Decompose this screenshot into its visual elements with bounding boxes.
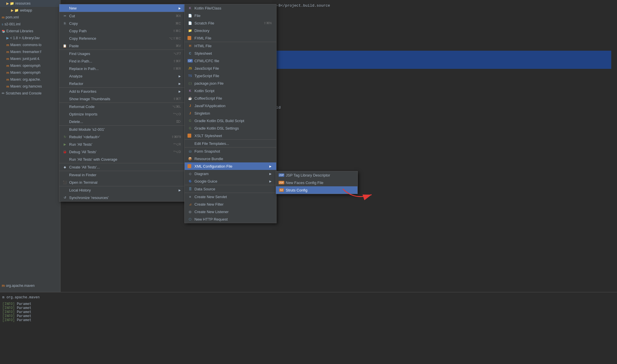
submenu-diagram[interactable]: ◇ Diagram ▶	[185, 170, 276, 177]
menu-item-rebuild[interactable]: ↻ Rebuild '<default>' ⇧⌘F9	[59, 133, 186, 141]
submenu-jsp-tag-lib[interactable]: JSP JSP Tag Library Descriptor	[276, 171, 357, 179]
html-icon: H	[188, 43, 193, 48]
coffee-icon: ☕	[188, 96, 193, 101]
create-icon: ◆	[62, 164, 67, 170]
terminal-icon: ⬛	[62, 180, 67, 185]
favorites-icon	[62, 89, 67, 94]
submenu-data-source[interactable]: 🗄 Data Source	[185, 185, 276, 193]
edit-templates-icon	[188, 141, 193, 146]
singleton-icon: J	[188, 111, 193, 116]
submenu-gradle-build[interactable]: G Gradle Kotlin DSL Build Script	[185, 117, 276, 124]
struts-icon: S2	[279, 187, 284, 193]
submenu-new-faces[interactable]: JSF New Faces Config File	[276, 179, 357, 186]
menu-item-copy-ref[interactable]: Copy Reference ⌥⇧⌘C	[59, 35, 186, 42]
menu-item-cut[interactable]: ✂ Cut ⌘X	[59, 12, 186, 20]
submenu-resource-bundle[interactable]: 📦 Resource Bundle	[185, 155, 276, 162]
form-icon: 🗂	[188, 149, 193, 154]
submenu-javafx[interactable]: J JavaFXApplication	[185, 102, 276, 109]
sidebar-item-pomxml[interactable]: m pom.xml	[0, 14, 60, 21]
submenu-create-filter[interactable]: ⊿ Create New Filter	[185, 200, 276, 208]
submenu-coffeescript[interactable]: ☕ CoffeeScript File	[185, 94, 276, 102]
submenu-xslt[interactable]: XSLT Stylesheet	[185, 132, 276, 139]
menu-item-open-terminal[interactable]: ⬛ Open in Terminal	[59, 179, 186, 186]
sidebar-item-class[interactable]: m org.apache.maven	[0, 282, 60, 289]
menu-item-reformat[interactable]: Reformat Code ⌥⌘L	[59, 103, 186, 110]
submenu-struts-config[interactable]: S2 Struts Config	[276, 186, 357, 194]
submenu-kotlin-file[interactable]: K Kotlin File/Class	[185, 4, 276, 12]
sidebar-item-iml[interactable]: s s2-001.iml	[0, 21, 60, 28]
submenu-form-snapshot[interactable]: 🗂 Form Snapshot	[185, 147, 276, 155]
menu-item-run-tests[interactable]: ▶ Run 'All Tests' ^⌥R	[59, 141, 186, 148]
submenu-edit-templates[interactable]: Edit File Templates...	[185, 140, 276, 147]
menu-item-find-path[interactable]: Find in Path... ⇧⌘F	[59, 57, 186, 65]
sidebar-item-resources[interactable]: ▶ 📁 resources	[0, 0, 60, 7]
submenu-xml-config[interactable]: XML Configuration File ▶	[185, 162, 276, 170]
submenu-html[interactable]: H HTML File	[185, 42, 276, 50]
sidebar-item-scratch[interactable]: ✏ Scratches and Console	[0, 90, 60, 97]
cfml-icon: CF	[188, 58, 193, 63]
sidebar-item-maven4[interactable]: m Maven: opensymph	[0, 62, 60, 69]
menu-item-debug-tests[interactable]: 🐞 Debug 'All Tests' ^⌥D	[59, 148, 186, 156]
thumbnails-icon	[62, 96, 67, 101]
menu-item-local-history[interactable]: Local History ▶	[59, 186, 186, 194]
menu-item-show-thumbnails[interactable]: Show Image Thumbnails ⇧⌘T	[59, 95, 186, 103]
submenu-stylesheet[interactable]: C Stylesheet	[185, 50, 276, 57]
sidebar-item-maven1[interactable]: m Maven: commons-lo	[0, 41, 60, 48]
submenu-http-request[interactable]: ⬡ New HTTP Request	[185, 215, 276, 223]
submenu-kotlin-script[interactable]: K Kotlin Script	[185, 87, 276, 94]
sidebar-item-maven6[interactable]: m Maven: org.apache.	[0, 76, 60, 83]
submenu-google-guice[interactable]: G Google Guice ▶	[185, 177, 276, 185]
context-menu: New ▶ ✂ Cut ⌘X ⎘ Copy ⌘C Copy Path ⇧⌘C C…	[59, 4, 186, 202]
submenu-create-servlet[interactable]: ≡ Create New Servlet	[185, 193, 276, 200]
maven-icon: m	[6, 50, 9, 54]
kotlin-script-icon: K	[188, 88, 193, 93]
submenu-js[interactable]: JS JavaScript File	[185, 65, 276, 72]
menu-item-paste[interactable]: 📋 Paste ⌘V	[59, 42, 186, 50]
menu-item-delete[interactable]: Delete... ⌦	[59, 118, 186, 125]
menu-item-optimize-imports[interactable]: Optimize Imports ^⌥O	[59, 110, 186, 118]
submenu-cfml[interactable]: CF CFML/CFC file	[185, 57, 276, 65]
menu-item-find-usages[interactable]: Find Usages ⌥F7	[59, 50, 186, 57]
submenu-pkg-json[interactable]: { } package.json File	[185, 79, 276, 87]
sidebar-item-ext-libs[interactable]: 📚 External Libraries	[0, 28, 60, 35]
menu-item-copy[interactable]: ⎘ Copy ⌘C	[59, 20, 186, 27]
submenu-xml-config-panel: JSP JSP Tag Library Descriptor JSF New F…	[276, 171, 358, 194]
submenu-create-listener[interactable]: ◎ Create New Listener	[185, 208, 276, 215]
http-icon: ⬡	[188, 217, 193, 222]
submenu-scratch-file[interactable]: 📄 Scratch File ⇧⌘N	[185, 19, 276, 27]
maven-icon: m	[2, 15, 5, 20]
menu-item-build-module[interactable]: Build Module 's2-001'	[59, 126, 186, 133]
file-icon: 📄	[188, 13, 193, 18]
submenu-fxml[interactable]: FXML File	[185, 34, 276, 42]
menu-item-copy-path[interactable]: Copy Path ⇧⌘C	[59, 27, 186, 35]
js-icon: JS	[188, 66, 193, 71]
sidebar-item-maven2[interactable]: m Maven: freemarker:f	[0, 48, 60, 55]
sidebar-item-maven7[interactable]: m Maven: org.hamcres	[0, 83, 60, 90]
run-icon: ▶	[62, 142, 67, 147]
file-icon: s	[2, 22, 3, 27]
xml-icon	[188, 164, 193, 169]
menu-item-run-coverage[interactable]: Run 'All Tests' with Coverage	[59, 156, 186, 163]
folder-icon: ▶ 📁	[11, 8, 19, 13]
submenu-ts[interactable]: TS TypeScript File	[185, 72, 276, 79]
menu-item-replace-path[interactable]: Replace in Path... ⇧⌘R	[59, 65, 186, 72]
sidebar-item-maven5[interactable]: m Maven: opensymph	[0, 69, 60, 76]
menu-item-refactor[interactable]: Refactor ▶	[59, 80, 186, 87]
guice-icon: G	[188, 179, 193, 184]
menu-item-reveal-finder[interactable]: Reveal in Finder	[59, 171, 186, 179]
sidebar-item-webapp[interactable]: ▶ 📁 webapp	[0, 7, 60, 14]
sidebar-item-sdk[interactable]: ▶ < 1.8 > /Library/Jav	[0, 35, 60, 41]
menu-item-add-favorites[interactable]: Add to Favorites ▶	[59, 88, 186, 95]
sidebar-item-maven3[interactable]: m Maven: junit:junit:4.	[0, 55, 60, 62]
submenu-directory[interactable]: 📁 Directory	[185, 27, 276, 34]
menu-item-analyze[interactable]: Analyze ▶	[59, 72, 186, 80]
submenu-file[interactable]: 📄 File	[185, 12, 276, 19]
menu-item-new[interactable]: New ▶	[59, 4, 186, 12]
menu-item-create-tests[interactable]: ◆ Create 'All Tests'...	[59, 163, 186, 171]
submenu-singleton[interactable]: J Singleton	[185, 109, 276, 117]
maven-icon: m	[6, 63, 9, 68]
menu-item-sync[interactable]: ↺ Synchronize 'resources'	[59, 194, 186, 201]
submenu-new: K Kotlin File/Class 📄 File 📄 Scratch Fil…	[184, 4, 277, 223]
submenu-gradle-settings[interactable]: G Gradle Kotlin DSL Settings	[185, 124, 276, 132]
paste-icon: 📋	[62, 43, 67, 48]
